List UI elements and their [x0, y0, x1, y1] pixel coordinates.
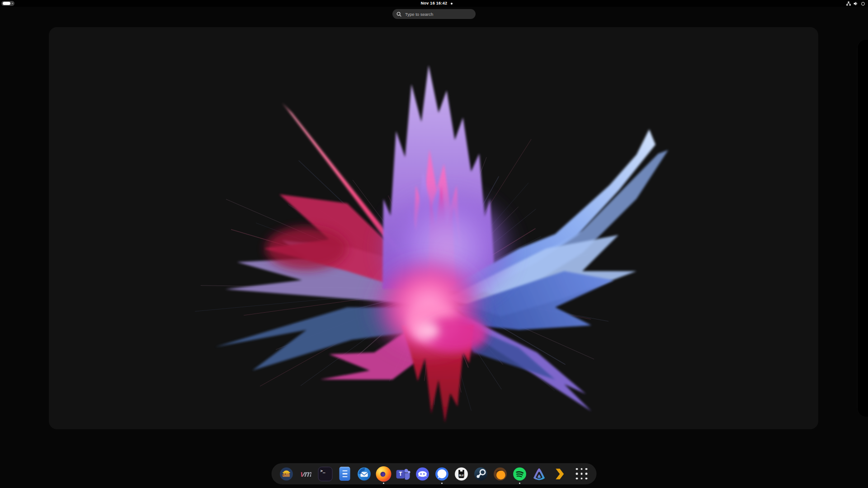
dock-item-show-apps[interactable]	[573, 464, 591, 484]
search-bar[interactable]	[392, 9, 476, 19]
firefox-icon	[376, 466, 392, 482]
thunderbird-icon	[356, 466, 373, 482]
workspace-preview[interactable]	[49, 27, 818, 429]
dock-item-cider[interactable]	[491, 464, 509, 484]
teams-icon: T	[395, 466, 411, 482]
dock-item-vmware[interactable]: vm	[297, 464, 315, 484]
plex-chevron-icon	[551, 466, 567, 482]
files-cabinet-icon	[337, 466, 353, 482]
top-bar: Nov 16 16:42	[0, 0, 868, 7]
wallpaper-paint-burst	[157, 36, 682, 429]
cider-icon	[492, 466, 509, 482]
dock-item-ultrakill[interactable]: BLE	[453, 464, 471, 484]
clock-menu[interactable]: Nov 16 16:42	[0, 0, 868, 7]
teams-t-letter: T	[399, 471, 402, 477]
dash-dock: vm >_	[272, 463, 597, 484]
console-terminal-icon: >_	[317, 466, 334, 482]
steam-icon	[473, 466, 489, 482]
dock-item-teams[interactable]: T	[394, 464, 412, 484]
dock-item-steam[interactable]	[472, 464, 490, 484]
ultrakill-emblem-icon: BLE	[453, 466, 470, 482]
app-grid-icon	[574, 466, 590, 482]
running-indicator	[441, 483, 443, 484]
dock-item-signal[interactable]	[433, 464, 451, 484]
vmware-vm-icon: vm	[298, 466, 314, 482]
dock-item-console[interactable]: >_	[316, 464, 335, 484]
adjacent-workspace-preview[interactable]	[857, 40, 868, 417]
dock-item-files[interactable]	[336, 464, 354, 484]
power-icon	[861, 1, 865, 6]
dock-item-jellyfin[interactable]	[530, 464, 548, 484]
system-status-area[interactable]	[846, 0, 865, 7]
running-indicator	[383, 483, 384, 484]
dock-item-plex[interactable]	[550, 464, 568, 484]
volume-icon	[854, 1, 858, 6]
mullvad-mole-icon	[278, 466, 295, 482]
dock-item-firefox[interactable]	[375, 464, 393, 484]
dock-item-thunderbird[interactable]	[355, 464, 373, 484]
dock-item-mullvad[interactable]	[278, 464, 296, 484]
spotify-icon	[512, 466, 528, 482]
vm-logo-text: vm	[300, 469, 312, 479]
clock-label: Nov 16 16:42	[421, 0, 448, 7]
notification-dot	[451, 3, 453, 5]
terminal-prompt-text: >_	[321, 469, 326, 473]
running-indicator	[519, 483, 520, 484]
search-icon	[396, 12, 401, 17]
signal-icon	[434, 466, 450, 482]
dock-item-discord[interactable]	[414, 464, 432, 484]
dock-item-spotify[interactable]	[511, 464, 529, 484]
search-input[interactable]	[404, 11, 474, 17]
discord-icon	[415, 466, 431, 482]
ultrakill-ble-text: BLE	[459, 474, 464, 476]
jellyfin-icon	[531, 466, 547, 482]
network-wired-icon	[846, 1, 851, 6]
